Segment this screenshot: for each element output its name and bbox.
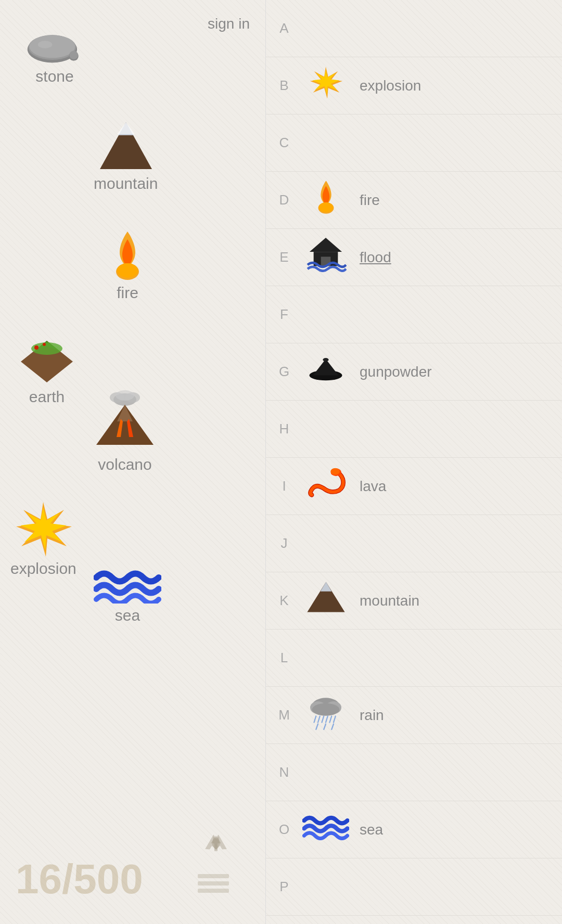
- svg-point-43: [312, 703, 340, 716]
- list-item-d[interactable]: D fire: [266, 172, 562, 229]
- icon-d: [297, 179, 354, 222]
- svg-line-49: [334, 716, 336, 723]
- list-item-e[interactable]: E flood: [266, 229, 562, 286]
- menu-icon-area[interactable]: [198, 830, 234, 893]
- fire-icon: [104, 229, 151, 281]
- sea-icon: [94, 567, 161, 604]
- letter-f: F: [271, 306, 297, 323]
- icon-b: [297, 65, 354, 106]
- volcano-icon: [94, 390, 156, 453]
- letter-e: E: [271, 249, 297, 265]
- list-item-j[interactable]: J: [266, 515, 562, 572]
- fire-label: fire: [117, 284, 138, 302]
- list-item-o[interactable]: O sea: [266, 801, 562, 858]
- mountain-label: mountain: [94, 175, 158, 192]
- sea-item[interactable]: sea: [94, 567, 161, 624]
- fire-item[interactable]: fire: [104, 229, 151, 302]
- list-item-i[interactable]: I lava: [266, 458, 562, 515]
- letter-c: C: [271, 135, 297, 151]
- svg-line-45: [318, 716, 320, 723]
- list-item-b[interactable]: B explosion: [266, 57, 562, 114]
- letter-k: K: [271, 593, 297, 609]
- letter-a: A: [271, 20, 297, 36]
- list-item-l[interactable]: L: [266, 630, 562, 687]
- svg-point-5: [69, 51, 78, 59]
- left-panel: sign in stone mountain: [0, 0, 265, 924]
- svg-line-50: [316, 724, 318, 730]
- letter-n: N: [271, 764, 297, 780]
- list-item-h[interactable]: H: [266, 401, 562, 458]
- explosion-label: explosion: [10, 560, 76, 578]
- letter-j: J: [271, 535, 297, 551]
- mountain-item[interactable]: mountain: [94, 120, 158, 192]
- list-item-k[interactable]: K mountain: [266, 572, 562, 630]
- list-item-a[interactable]: A: [266, 0, 562, 57]
- explosion-item[interactable]: explosion: [10, 499, 76, 578]
- letter-b: B: [271, 78, 297, 94]
- recycle-icon: [198, 830, 234, 867]
- svg-line-46: [322, 716, 324, 723]
- icon-k: [297, 580, 354, 621]
- letter-o: O: [271, 822, 297, 838]
- list-item-q[interactable]: Q stone: [266, 916, 562, 924]
- letter-i: I: [271, 478, 297, 494]
- letter-m: M: [271, 707, 297, 723]
- svg-line-51: [324, 724, 326, 730]
- sea-label: sea: [115, 607, 140, 624]
- icon-o: [297, 812, 354, 848]
- icon-g: [297, 354, 354, 390]
- explosion-icon: [12, 499, 74, 557]
- list-item-p[interactable]: P: [266, 858, 562, 916]
- sign-in-button[interactable]: sign in: [208, 16, 250, 32]
- letter-h: H: [271, 421, 297, 437]
- progress-counter: 16/500: [16, 855, 143, 903]
- svg-point-21: [116, 390, 134, 401]
- earth-label: earth: [29, 388, 65, 406]
- icon-i: [297, 467, 354, 506]
- label-i: lava: [360, 478, 386, 495]
- list-item-m[interactable]: M rain: [266, 687, 562, 744]
- svg-line-47: [326, 716, 328, 723]
- letter-d: D: [271, 192, 297, 208]
- earth-icon: [16, 338, 78, 385]
- volcano-label: volcano: [98, 456, 151, 473]
- list-item-c[interactable]: C: [266, 114, 562, 172]
- label-k: mountain: [360, 593, 419, 609]
- stone-label: stone: [35, 68, 73, 85]
- label-m: rain: [360, 707, 384, 724]
- svg-point-3: [38, 41, 52, 48]
- volcano-item[interactable]: volcano: [94, 390, 156, 473]
- label-b: explosion: [360, 78, 421, 94]
- svg-point-2: [29, 35, 75, 58]
- label-g: gunpowder: [360, 364, 432, 380]
- svg-marker-39: [320, 582, 331, 592]
- svg-point-10: [117, 263, 138, 278]
- list-item-n[interactable]: N: [266, 744, 562, 801]
- label-e: flood: [360, 249, 391, 266]
- svg-line-52: [331, 724, 334, 730]
- label-o: sea: [360, 822, 383, 838]
- list-item-g[interactable]: G gunpowder: [266, 343, 562, 401]
- icon-m: [297, 692, 354, 738]
- stone-item[interactable]: stone: [26, 31, 83, 85]
- letter-l: L: [271, 650, 297, 666]
- svg-point-35: [323, 358, 328, 362]
- right-panel: A B explosion C D fire: [265, 0, 562, 924]
- stone-icon: [26, 31, 83, 65]
- icon-e: [297, 236, 354, 279]
- menu-lines: [198, 874, 234, 893]
- svg-line-44: [314, 716, 316, 723]
- svg-marker-8: [117, 122, 135, 134]
- mountain-icon: [97, 120, 155, 172]
- svg-point-37: [330, 468, 339, 474]
- svg-point-29: [318, 202, 333, 212]
- svg-line-48: [330, 716, 332, 723]
- svg-point-16: [34, 345, 39, 350]
- letter-g: G: [271, 364, 297, 380]
- svg-point-17: [43, 343, 46, 346]
- svg-marker-30: [310, 237, 342, 251]
- list-item-f[interactable]: F: [266, 286, 562, 343]
- earth-item[interactable]: earth: [16, 338, 78, 406]
- letter-p: P: [271, 879, 297, 895]
- counter-value: 16/500: [16, 856, 143, 902]
